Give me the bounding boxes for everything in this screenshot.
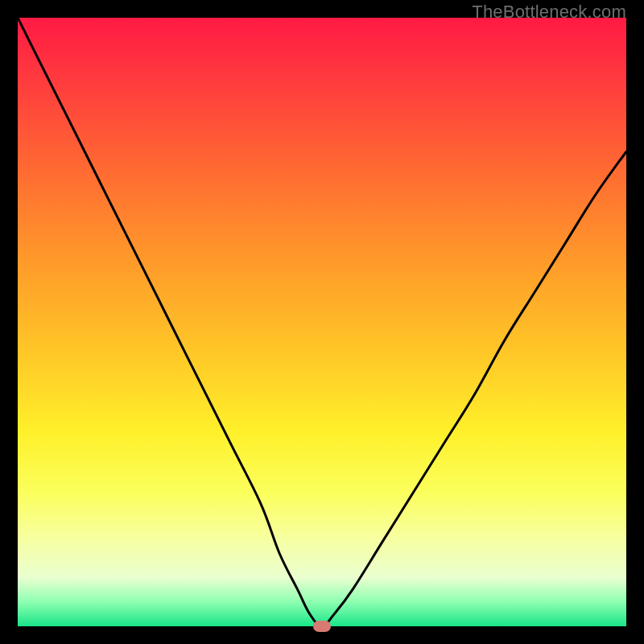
optimal-point-marker <box>313 621 331 632</box>
watermark-text: TheBottleneck.com <box>472 2 626 23</box>
bottleneck-curve <box>18 18 626 626</box>
plot-area <box>18 18 626 626</box>
chart-frame: TheBottleneck.com <box>0 0 644 644</box>
